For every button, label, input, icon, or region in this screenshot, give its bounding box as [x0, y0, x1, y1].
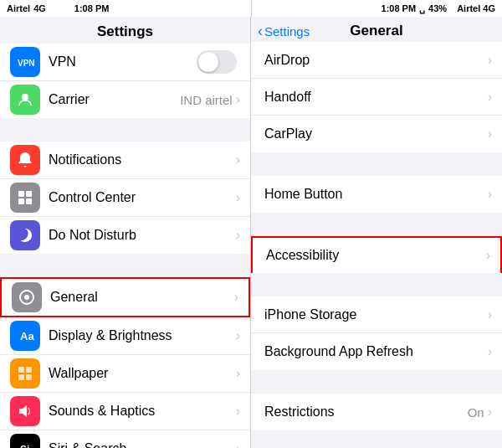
- dnd-label: Do Not Disturb: [49, 228, 236, 243]
- battery-right: 43%: [428, 3, 447, 13]
- dnd-icon: [10, 220, 40, 250]
- svg-text:VPN: VPN: [18, 59, 34, 68]
- settings-row-siri[interactable]: Si Siri & Search ›: [0, 430, 250, 448]
- sounds-label: Sounds & Haptics: [49, 404, 236, 419]
- settings-row-carrier[interactable]: Carrier IND airtel ›: [0, 81, 250, 118]
- carrier-icon: [10, 85, 40, 115]
- svg-marker-14: [19, 405, 27, 417]
- background-refresh-label: Background App Refresh: [264, 344, 488, 359]
- right-panel: ‹ Settings General AirDrop › Handoff › C…: [251, 17, 502, 448]
- section-storage: iPhone Storage › Background App Refresh …: [251, 296, 502, 370]
- settings-row-general[interactable]: General ›: [0, 277, 250, 317]
- display-chevron: ›: [236, 328, 240, 343]
- separator-2: [0, 254, 250, 277]
- vpn-toggle[interactable]: [197, 50, 237, 74]
- settings-row-vpn[interactable]: VPN VPN: [0, 44, 250, 81]
- settings-row-iphone-storage[interactable]: iPhone Storage ›: [251, 296, 502, 333]
- vpn-icon: VPN: [10, 47, 40, 77]
- accessibility-chevron: ›: [486, 248, 490, 263]
- svg-rect-5: [26, 198, 32, 204]
- handoff-chevron: ›: [488, 90, 492, 105]
- settings-row-airdrop[interactable]: AirDrop ›: [251, 42, 502, 79]
- section-general: General › Aa Display & Brightness › Wall…: [0, 277, 250, 448]
- carrier-left: Airtel: [7, 3, 30, 13]
- section-home: Home Button ›: [251, 176, 502, 213]
- home-button-chevron: ›: [488, 187, 492, 202]
- section-airdrop: AirDrop › Handoff › CarPlay ›: [251, 42, 502, 152]
- right-separator-3: [251, 273, 502, 296]
- iphone-storage-label: iPhone Storage: [264, 307, 488, 322]
- settings-row-sounds[interactable]: Sounds & Haptics ›: [0, 393, 250, 430]
- settings-row-notifications[interactable]: Notifications ›: [0, 142, 250, 179]
- settings-row-control-center[interactable]: Control Center ›: [0, 179, 250, 217]
- right-separator-2: [251, 213, 502, 236]
- notifications-chevron: ›: [236, 152, 240, 167]
- control-center-chevron: ›: [236, 190, 240, 205]
- settings-row-display[interactable]: Aa Display & Brightness ›: [0, 317, 250, 355]
- right-separator-4: [251, 370, 502, 394]
- settings-list-right[interactable]: AirDrop › Handoff › CarPlay › Home Butto…: [251, 42, 502, 448]
- back-label: Settings: [264, 24, 310, 39]
- settings-row-background-refresh[interactable]: Background App Refresh ›: [251, 333, 502, 370]
- control-center-icon: [10, 183, 40, 213]
- wallpaper-chevron: ›: [236, 366, 240, 381]
- settings-row-dnd[interactable]: Do Not Disturb ›: [0, 217, 250, 254]
- control-center-label: Control Center: [49, 190, 236, 205]
- settings-row-wallpaper[interactable]: Wallpaper ›: [0, 355, 250, 393]
- left-nav-header: Settings: [0, 17, 250, 44]
- general-label: General: [50, 290, 234, 305]
- general-icon: [12, 282, 42, 312]
- siri-chevron: ›: [236, 441, 240, 448]
- status-bar-right: 1:08 PM ␣ 43% Airtel 4G: [252, 3, 503, 14]
- time-right: 1:08 PM: [382, 3, 417, 13]
- wallpaper-icon: [10, 358, 40, 389]
- settings-list-left[interactable]: VPN VPN Carrier IND airtel ›: [0, 44, 250, 448]
- right-separator-5: [251, 430, 502, 448]
- back-chevron-icon: ‹: [258, 23, 263, 39]
- airdrop-label: AirDrop: [264, 53, 488, 68]
- svg-point-1: [22, 94, 28, 100]
- iphone-storage-chevron: ›: [488, 307, 492, 322]
- svg-rect-12: [18, 374, 24, 380]
- siri-icon: Si: [10, 434, 40, 448]
- svg-rect-11: [26, 367, 32, 373]
- airdrop-chevron: ›: [488, 53, 492, 68]
- carplay-label: CarPlay: [264, 126, 488, 142]
- section-restrictions: Restrictions On ›: [251, 394, 502, 430]
- carrier-value: IND airtel: [180, 93, 233, 107]
- carrier-label: Carrier: [49, 92, 180, 107]
- section-vpn-carrier: VPN VPN Carrier IND airtel ›: [0, 44, 250, 118]
- dnd-chevron: ›: [236, 228, 240, 243]
- settings-row-carplay[interactable]: CarPlay ›: [251, 116, 502, 152]
- notifications-label: Notifications: [49, 152, 236, 167]
- display-icon: Aa: [10, 321, 40, 351]
- settings-row-handoff[interactable]: Handoff ›: [251, 79, 502, 116]
- notifications-icon: [10, 145, 40, 175]
- left-panel-title: Settings: [97, 23, 153, 39]
- sounds-chevron: ›: [236, 404, 240, 419]
- svg-text:Si: Si: [20, 444, 29, 448]
- settings-row-restrictions[interactable]: Restrictions On ›: [251, 394, 502, 430]
- time-left: 1:08 PM: [74, 3, 110, 13]
- settings-row-home-button[interactable]: Home Button ›: [251, 176, 502, 213]
- settings-row-accessibility[interactable]: Accessibility ›: [251, 236, 502, 273]
- left-panel: Settings VPN VPN: [0, 17, 251, 448]
- siri-label: Siri & Search: [49, 441, 236, 448]
- home-button-label: Home Button: [264, 187, 488, 202]
- status-bar-left: Airtel 4G 1:08 PM: [0, 3, 251, 13]
- right-panel-title: General: [350, 23, 402, 39]
- network-left: 4G: [33, 3, 46, 13]
- carrier-right: Airtel 4G: [457, 3, 495, 13]
- svg-rect-10: [18, 367, 24, 373]
- background-refresh-chevron: ›: [488, 344, 492, 359]
- svg-rect-2: [18, 191, 24, 197]
- back-button[interactable]: ‹ Settings: [258, 23, 310, 39]
- separator-1: [0, 118, 250, 142]
- restrictions-value: On: [468, 405, 484, 420]
- section-notif: Notifications › Control Center › Do Not …: [0, 142, 250, 254]
- right-nav-header: ‹ Settings General: [251, 17, 502, 42]
- restrictions-chevron: ›: [488, 404, 492, 420]
- restrictions-label: Restrictions: [264, 404, 468, 420]
- vpn-toggle-knob: [198, 52, 218, 72]
- general-chevron: ›: [234, 290, 238, 305]
